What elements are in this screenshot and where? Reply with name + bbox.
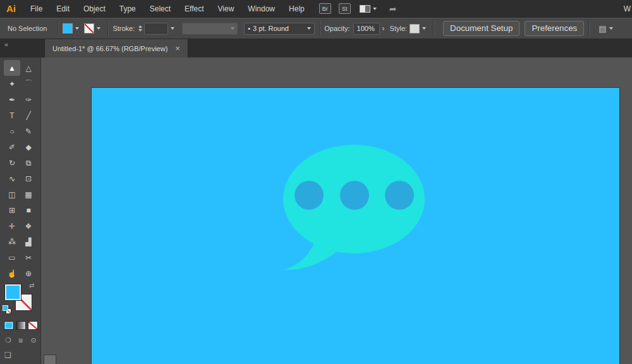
menu-bar: Ai FileEditObjectTypeSelectEffectViewWin… (0, 0, 632, 18)
slice-tool[interactable]: ✂ (20, 250, 37, 265)
menu-items: FileEditObjectTypeSelectEffectViewWindow… (23, 4, 312, 13)
free-transform-tool[interactable]: ⊡ (20, 171, 37, 186)
eyedropper-tool[interactable]: ✛ (4, 218, 20, 234)
chevron-down-icon[interactable] (171, 27, 174, 30)
bridge-button[interactable]: Br (319, 3, 331, 14)
step-down-icon[interactable] (138, 29, 142, 32)
chevron-down-icon[interactable] (97, 27, 100, 30)
width-tool[interactable]: ∿ (4, 171, 20, 186)
drawing-modes: ❍ ⧈ ⊙ (3, 336, 39, 344)
draw-inside-icon[interactable]: ⊙ (28, 336, 39, 344)
magic-wand-tool[interactable]: ✦ (4, 76, 20, 92)
menu-object[interactable]: Object (76, 4, 112, 13)
pen-tool[interactable]: ✒ (4, 92, 20, 107)
divider (588, 21, 589, 36)
fill-color-swatch[interactable] (63, 23, 73, 33)
variable-width-profile-dropdown[interactable] (182, 23, 238, 35)
step-up-icon[interactable] (138, 25, 142, 28)
arrange-documents-icon[interactable] (360, 5, 370, 13)
artwork (92, 88, 619, 364)
share-icon[interactable]: ➦ (389, 4, 397, 14)
type-tool[interactable]: T (4, 107, 20, 123)
collapse-panel-icon[interactable]: « (4, 40, 8, 48)
menu-view[interactable]: View (211, 4, 241, 13)
draw-normal-icon[interactable]: ❍ (3, 336, 13, 344)
ellipse-tool[interactable]: ○ (4, 123, 20, 139)
style-label: Style: (390, 25, 408, 32)
gradient-tool[interactable]: ■ (20, 202, 37, 218)
stroke-color-swatch[interactable] (84, 23, 94, 33)
control-bar: No Selection Stroke: • 3 pt. Round Opaci… (0, 18, 632, 39)
column-graph-tool[interactable]: ▟ (20, 234, 37, 250)
direct-selection-tool[interactable]: △ (20, 60, 37, 76)
brush-definition-dropdown[interactable]: • 3 pt. Round (244, 23, 315, 35)
fill-stroke-indicator: ⇄ (0, 282, 41, 319)
perspective-grid-tool[interactable]: ▦ (20, 186, 37, 202)
opacity-panel-launcher[interactable]: › (380, 24, 387, 33)
pasteboard[interactable] (41, 58, 632, 364)
swap-fill-stroke-icon[interactable]: ⇄ (29, 282, 34, 289)
brush-definition-value: 3 pt. Round (253, 25, 289, 32)
menu-edit[interactable]: Edit (49, 4, 76, 13)
screen-mode-icon[interactable]: ❏ (4, 351, 11, 360)
color-button[interactable] (4, 321, 14, 330)
draw-behind-icon[interactable]: ⧈ (16, 336, 26, 344)
menu-window[interactable]: Window (241, 4, 282, 13)
rotate-tool[interactable]: ↻ (4, 155, 20, 171)
menu-effect[interactable]: Effect (178, 4, 210, 13)
color-type-buttons (4, 321, 38, 330)
shape-builder-tool[interactable]: ◫ (4, 186, 20, 202)
document-tab-title: Untitled-1* @ 66.67% (RGB/Preview) (52, 45, 167, 52)
canvas-status-icon[interactable] (44, 355, 56, 364)
stroke-weight-stepper[interactable] (138, 25, 142, 32)
none-button[interactable] (28, 321, 38, 330)
artboard[interactable] (92, 88, 619, 364)
opacity-label: Opacity: (324, 25, 349, 32)
bubble-dot (295, 181, 324, 210)
illustrator-logo: Ai (0, 3, 23, 14)
selection-status-label: No Selection (0, 25, 53, 32)
divider (58, 21, 58, 36)
chevron-down-icon[interactable] (75, 27, 79, 30)
menu-file[interactable]: File (23, 4, 49, 13)
stroke-weight-input[interactable] (144, 23, 168, 35)
speech-bubble-group[interactable] (283, 145, 425, 270)
lasso-tool[interactable]: ⌒ (20, 76, 37, 92)
document-setup-button[interactable]: Document Setup (443, 21, 520, 36)
document-tab[interactable]: Untitled-1* @ 66.67% (RGB/Preview) × (44, 39, 188, 58)
eraser-tool[interactable]: ◆ (20, 139, 37, 155)
chevron-down-icon[interactable] (307, 27, 311, 30)
blend-tool[interactable]: ❖ (20, 218, 37, 234)
symbol-sprayer-tool[interactable]: ⁂ (4, 234, 20, 250)
workspace-partial-label: W (624, 4, 632, 13)
paintbrush-tool[interactable]: ✎ (20, 123, 37, 139)
menu-type[interactable]: Type (112, 4, 143, 13)
divider (107, 21, 108, 36)
stock-button[interactable]: St (339, 3, 351, 14)
hand-tool[interactable]: ☝ (4, 265, 20, 281)
menu-select[interactable]: Select (143, 4, 178, 13)
preferences-button[interactable]: Preferences (525, 21, 584, 36)
gradient-button[interactable] (16, 321, 26, 330)
chevron-down-icon[interactable] (422, 27, 426, 30)
opacity-input[interactable]: 100% (353, 23, 380, 35)
document-tab-bar: « Untitled-1* @ 66.67% (RGB/Preview) × (0, 39, 632, 58)
control-panel-options-icon[interactable]: ▤ (599, 24, 606, 33)
curvature-tool[interactable]: ✑ (20, 92, 37, 107)
tools-panel: ▲△✦⌒✒✑T╱○✎✐◆↻⧉∿⊡◫▦⊞■✛❖⁂▟▭✂☝⊕ ⇄ ❍ ⧈ ⊙ ❏ (0, 58, 41, 364)
selection-tool[interactable]: ▲ (4, 60, 20, 76)
stroke-weight-label: Stroke: (112, 25, 135, 32)
shaper-tool[interactable]: ✐ (4, 139, 20, 155)
menu-help[interactable]: Help (282, 4, 312, 13)
close-icon[interactable]: × (175, 44, 180, 52)
mesh-tool[interactable]: ⊞ (4, 202, 20, 218)
graphic-style-swatch[interactable] (410, 24, 420, 33)
line-segment-tool[interactable]: ╱ (20, 107, 37, 123)
fill-indicator[interactable] (4, 284, 21, 301)
default-fill-stroke-icon[interactable] (3, 305, 11, 314)
scale-tool[interactable]: ⧉ (20, 155, 37, 171)
chevron-down-icon[interactable] (609, 27, 613, 30)
artboard-tool[interactable]: ▭ (4, 250, 20, 265)
zoom-tool[interactable]: ⊕ (20, 265, 37, 281)
chevron-down-icon[interactable] (373, 8, 377, 10)
